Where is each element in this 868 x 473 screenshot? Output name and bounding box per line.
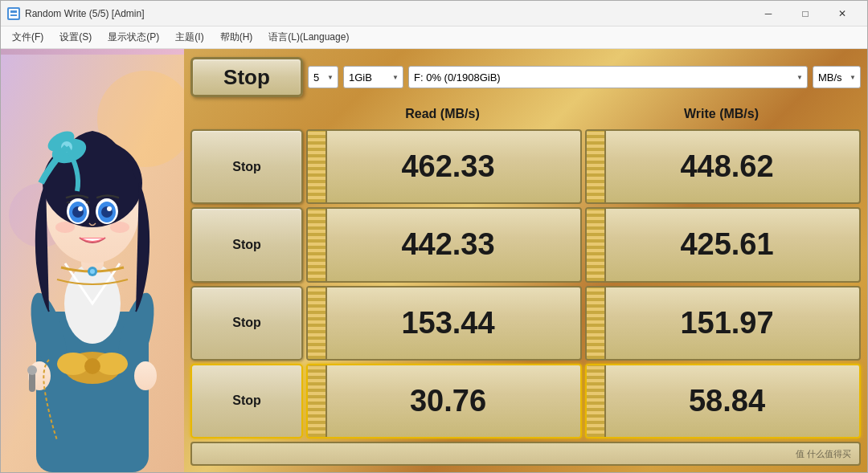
minimize-button[interactable]: ─: [750, 1, 787, 27]
svg-point-27: [55, 222, 75, 233]
read-cell-row-3: 30.76: [306, 364, 582, 438]
read-value-row-3: 30.76: [402, 384, 486, 418]
write-header: Write (MB/s): [582, 102, 861, 126]
maximize-button[interactable]: □: [787, 1, 824, 27]
test-size-select[interactable]: 1GiB 512MiB 2GiB: [343, 66, 403, 88]
header-spacer: [190, 102, 303, 126]
stop-button-row-2[interactable]: Stop: [190, 286, 303, 361]
data-row-2: Stop 153.44 151.97: [190, 286, 861, 361]
unit-dropdown-wrap[interactable]: MB/s GB/s: [813, 66, 861, 88]
read-cell-row-0: 462.33: [306, 129, 582, 204]
svg-point-28: [110, 222, 129, 233]
test-size-dropdown-wrap[interactable]: 1GiB 512MiB 2GiB: [343, 66, 403, 88]
svg-rect-2: [10, 14, 17, 16]
controls-row: Stop 5 1 2 4 8 1GiB 512MiB 2GiB: [190, 55, 861, 99]
svg-point-36: [27, 365, 37, 375]
data-row-1: Stop 442.33 425.61: [190, 207, 861, 282]
svg-point-30: [57, 353, 89, 375]
data-row-3: Stop 30.76 58.84: [190, 364, 861, 438]
read-value-row-0: 462.33: [393, 149, 494, 184]
svg-point-26: [107, 206, 112, 211]
watermark-text: 值 什么值得买: [796, 448, 851, 460]
menu-theme[interactable]: 主题(I): [167, 27, 211, 47]
write-cell-row-2: 151.97: [585, 286, 861, 361]
svg-point-31: [96, 353, 128, 375]
write-cell-row-3: 58.84: [585, 364, 861, 438]
svg-rect-0: [9, 9, 18, 18]
drive-dropdown-wrap[interactable]: F: 0% (0/1908GiB): [408, 66, 808, 88]
main-window: Random Write (5/5) [Admin] ─ □ ✕ 文件(F) 设…: [0, 0, 868, 473]
main-content: Stop 5 1 2 4 8 1GiB 512MiB 2GiB: [1, 49, 867, 472]
character-panel: [1, 49, 184, 472]
read-value-row-1: 442.33: [393, 227, 494, 262]
write-cell-row-1: 425.61: [585, 207, 861, 282]
menu-display[interactable]: 显示状态(P): [100, 27, 167, 47]
write-cell-row-0: 448.62: [585, 129, 861, 204]
stop-button-row-0[interactable]: Stop: [190, 129, 303, 204]
menu-help[interactable]: 帮助(H): [212, 27, 261, 47]
window-title: Random Write (5/5) [Admin]: [25, 8, 750, 19]
svg-point-32: [84, 358, 100, 374]
svg-point-34: [90, 269, 95, 274]
bottom-bar: 值 什么值得买: [190, 442, 861, 466]
menu-file[interactable]: 文件(F): [4, 27, 51, 47]
svg-rect-1: [10, 10, 17, 13]
app-icon: [7, 7, 20, 20]
write-value-row-2: 151.97: [672, 306, 773, 340]
write-value-row-3: 58.84: [681, 384, 765, 418]
benchmark-panel: Stop 5 1 2 4 8 1GiB 512MiB 2GiB: [184, 49, 867, 472]
menu-settings[interactable]: 设置(S): [51, 27, 100, 47]
close-button[interactable]: ✕: [824, 1, 861, 27]
column-headers: Read (MB/s) Write (MB/s): [190, 102, 861, 126]
character-illustration: [1, 49, 184, 472]
drive-select[interactable]: F: 0% (0/1908GiB): [408, 66, 808, 88]
svg-point-12: [134, 361, 157, 390]
data-row-0: Stop 462.33 448.62: [190, 129, 861, 204]
read-value-row-2: 153.44: [393, 306, 494, 340]
unit-select[interactable]: MB/s GB/s: [813, 66, 861, 88]
read-cell-row-1: 442.33: [306, 207, 582, 282]
queue-depth-dropdown-wrap[interactable]: 5 1 2 4 8: [308, 66, 338, 88]
write-value-row-1: 425.61: [672, 227, 773, 262]
title-bar: Random Write (5/5) [Admin] ─ □ ✕: [1, 1, 867, 27]
queue-depth-select[interactable]: 5 1 2 4 8: [308, 66, 338, 88]
window-controls: ─ □ ✕: [750, 1, 861, 27]
stop-button-row-1[interactable]: Stop: [190, 207, 303, 282]
menu-language[interactable]: 语言(L)(Language): [260, 27, 357, 47]
stop-button-row-3[interactable]: Stop: [190, 364, 303, 438]
stop-button-main[interactable]: Stop: [190, 57, 303, 97]
svg-point-25: [78, 206, 83, 211]
write-value-row-0: 448.62: [672, 149, 773, 184]
read-header: Read (MB/s): [303, 102, 582, 126]
menu-bar: 文件(F) 设置(S) 显示状态(P) 主题(I) 帮助(H) 语言(L)(La…: [1, 27, 867, 49]
read-cell-row-2: 153.44: [306, 286, 582, 361]
